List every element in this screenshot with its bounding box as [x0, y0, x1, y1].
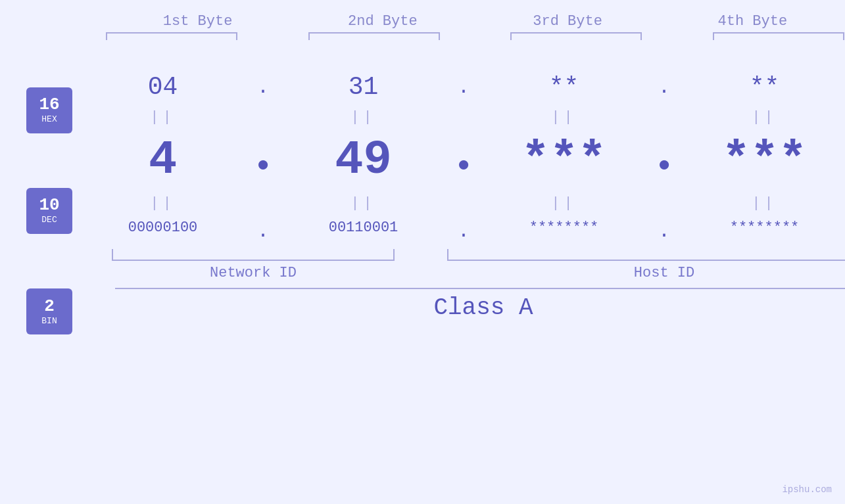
host-id-label: Host ID [634, 265, 694, 281]
dec-sep1: • [253, 135, 273, 187]
dec-b3: *** [473, 127, 654, 194]
byte4-label: 4th Byte [662, 13, 843, 30]
par5: || [72, 195, 253, 212]
dec-sep3: • [654, 135, 674, 187]
host-bracket [447, 249, 845, 261]
dec-b1: 4 [72, 127, 253, 194]
data-grid: 04 . 31 . ** . ** || || [72, 47, 845, 504]
hex-row: 04 . 31 . ** . ** [72, 60, 845, 108]
dec-sep2: • [454, 135, 473, 187]
bin-b1: 00000100 [72, 213, 253, 242]
byte2-label: 2nd Byte [292, 13, 473, 30]
hex-b4: ** [674, 60, 845, 108]
class-label: Class A [433, 294, 533, 321]
dec-b4: *** [674, 127, 845, 194]
bin-sep2: . [454, 214, 473, 242]
bottom-labels-row: Network ID Host ID [72, 249, 845, 281]
bin-badge: 2 BIN [26, 288, 72, 334]
dec-badge: 10 DEC [26, 188, 72, 234]
par7: || [473, 195, 654, 212]
class-section: Class A [72, 288, 845, 321]
byte1-bracket [106, 32, 237, 40]
byte2-bracket [308, 32, 440, 40]
hex-b1: 04 [72, 60, 253, 108]
page-container: 1st Byte 2nd Byte 3rd Byte 4th Byte 16 H… [0, 0, 845, 504]
par1: || [72, 109, 253, 126]
hex-b2: 31 [273, 60, 454, 108]
class-bracket [115, 288, 845, 289]
bin-b2: 00110001 [273, 213, 454, 242]
hex-sep1: . [253, 70, 273, 99]
par2: || [273, 109, 454, 126]
bin-b3: ******** [473, 213, 654, 242]
dec-b2: 49 [273, 127, 454, 194]
hex-b3: ** [473, 60, 654, 108]
bin-b4: ******** [674, 213, 845, 242]
par8: || [674, 195, 845, 212]
bin-row: 00000100 . 00110001 . ******** . *******… [72, 213, 845, 242]
top-brackets-row [0, 32, 845, 40]
byte3-label: 3rd Byte [477, 13, 658, 30]
parallel-hex-dec: || || || || [72, 109, 845, 126]
parallel-dec-bin: || || || || [72, 195, 845, 212]
byte4-bracket [713, 32, 844, 40]
hex-sep3: . [654, 70, 674, 99]
hex-sep2: . [454, 70, 473, 99]
network-id-label: Network ID [210, 265, 297, 281]
network-id-section: Network ID [72, 249, 434, 281]
par6: || [273, 195, 454, 212]
dec-row: 4 • 49 • *** • *** [72, 127, 845, 194]
host-id-section: Host ID [434, 249, 845, 281]
header-row: 1st Byte 2nd Byte 3rd Byte 4th Byte [0, 13, 845, 30]
bin-sep1: . [253, 214, 273, 242]
par3: || [473, 109, 654, 126]
watermark: ipshu.com [782, 484, 832, 495]
bin-sep3: . [654, 214, 674, 242]
byte1-label: 1st Byte [107, 13, 288, 30]
network-bracket [112, 249, 395, 261]
par4: || [674, 109, 845, 126]
hex-badge: 16 HEX [26, 87, 72, 133]
byte3-bracket [510, 32, 642, 40]
badges-column: 16 HEX 10 DEC 2 BIN [26, 47, 72, 362]
